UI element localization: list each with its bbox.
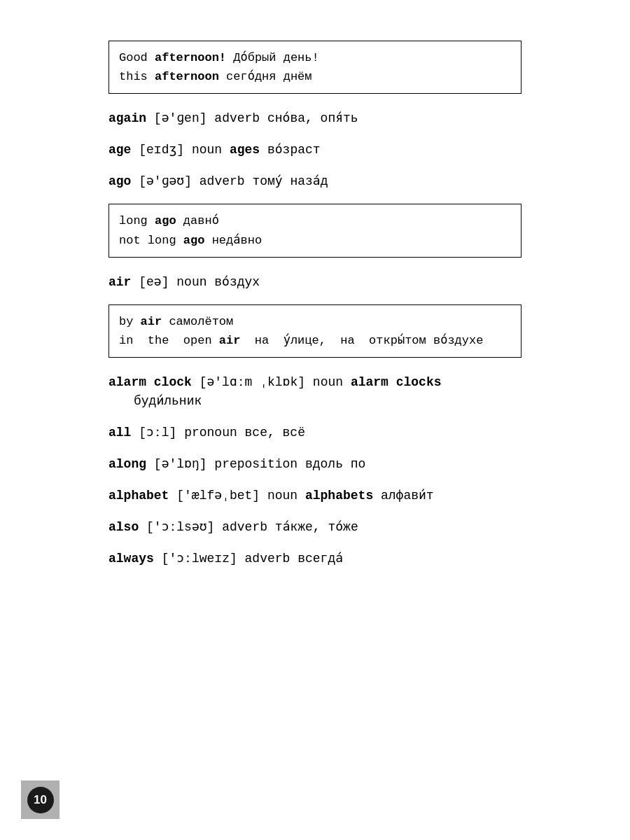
entry-ago: ago [ə'ɡəʊ] adverb тому́ наза́д xyxy=(108,172,522,191)
pos-again: adverb xyxy=(214,111,260,125)
entry-also: also ['ɔːlsəʊ] adverb та́кже, то́же xyxy=(108,518,522,537)
translation-air: во́здух xyxy=(214,275,260,289)
translation-alphabet: алфави́т xyxy=(381,489,434,503)
phonetic-all: [ɔːl] xyxy=(139,426,176,440)
translation-age: во́зраст xyxy=(267,143,321,157)
air-box: by air самолётом in the open air на у́ли… xyxy=(108,304,522,358)
plural-alarm-clock: alarm clocks xyxy=(351,375,442,389)
entry-alphabet: alphabet ['ælfəˌbet] noun alphabets алфа… xyxy=(108,486,522,505)
air-line1: by air самолётом xyxy=(119,312,511,331)
phonetic-ago: [ə'ɡəʊ] xyxy=(139,174,192,188)
phonetic-alphabet: ['ælfəˌbet] xyxy=(176,489,260,503)
headword-air: air xyxy=(108,275,131,289)
page-number-area: 10 xyxy=(21,780,59,819)
plural-age: ages xyxy=(230,143,260,157)
entry-along: along [ə'lɒŋ] preposition вдоль по xyxy=(108,455,522,474)
air-line2: in the open air на у́лице, на откры́том … xyxy=(119,331,511,350)
phonetic-alarm-clock: [ə'lɑːm ˌklɒk] xyxy=(200,375,305,389)
plural-alphabet: alphabets xyxy=(305,489,373,503)
page-number: 10 xyxy=(27,787,54,813)
entry-again: again [ə'ɡen] adverb сно́ва, опя́ть xyxy=(108,109,522,128)
headword-alphabet: alphabet xyxy=(108,489,169,503)
headword-ago: ago xyxy=(108,174,131,188)
phonetic-always: ['ɔːlweɪz] xyxy=(162,552,237,566)
phonetic-air: [eə] xyxy=(139,275,169,289)
entry-all: all [ɔːl] pronoun все, всё xyxy=(108,424,522,442)
pos-alarm-clock: noun xyxy=(313,375,343,389)
headword-alarm-clock: alarm clock xyxy=(108,375,192,389)
pos-ago: adverb xyxy=(200,174,245,188)
translation-always: всегда́ xyxy=(298,552,343,566)
headword-all: all xyxy=(108,426,131,440)
pos-also: adverb xyxy=(222,520,267,534)
afternoon-box: Good afternoon! До́брый день! this after… xyxy=(108,41,522,94)
headword-also: also xyxy=(108,520,139,534)
afternoon-line2: this afternoon сего́дня днём xyxy=(119,67,511,86)
entry-air: air [eə] noun во́здух xyxy=(108,273,522,292)
ago-line1: long ago давно́ xyxy=(119,211,511,230)
headword-age: age xyxy=(108,143,131,157)
pos-air: noun xyxy=(176,275,206,289)
pos-along: preposition xyxy=(214,457,298,471)
translation-along: вдоль по xyxy=(305,457,365,471)
headword-along: along xyxy=(108,457,146,471)
entry-alarm-clock: alarm clock [ə'lɑːm ˌklɒk] noun alarm cl… xyxy=(108,373,522,411)
afternoon-line1: Good afternoon! До́брый день! xyxy=(119,48,511,67)
phonetic-along: [ə'lɒŋ] xyxy=(154,457,207,471)
entry-always: always ['ɔːlweɪz] adverb всегда́ xyxy=(108,550,522,568)
headword-again: again xyxy=(108,111,146,125)
pos-alphabet: noun xyxy=(267,489,298,503)
entry-age: age [eɪdʒ] noun ages во́зраст xyxy=(108,141,522,160)
phonetic-age: [eɪdʒ] xyxy=(139,143,184,157)
translation-again: сно́ва, опя́ть xyxy=(267,111,358,125)
ago-line2: not long ago неда́вно xyxy=(119,231,511,250)
ago-box: long ago давно́ not long ago неда́вно xyxy=(108,204,522,257)
translation-also: та́кже, то́же xyxy=(275,520,358,534)
phonetic-again: [ə'ɡen] xyxy=(154,111,207,125)
pos-age: noun xyxy=(192,143,222,157)
translation-alarm-clock: буди́льник xyxy=(108,394,202,408)
pos-always: adverb xyxy=(245,552,290,566)
pos-all: pronoun xyxy=(184,426,237,440)
phonetic-also: ['ɔːlsəʊ] xyxy=(146,520,214,534)
headword-always: always xyxy=(108,552,154,566)
translation-all: все, всё xyxy=(245,426,305,440)
translation-ago: тому́ наза́д xyxy=(252,174,328,188)
